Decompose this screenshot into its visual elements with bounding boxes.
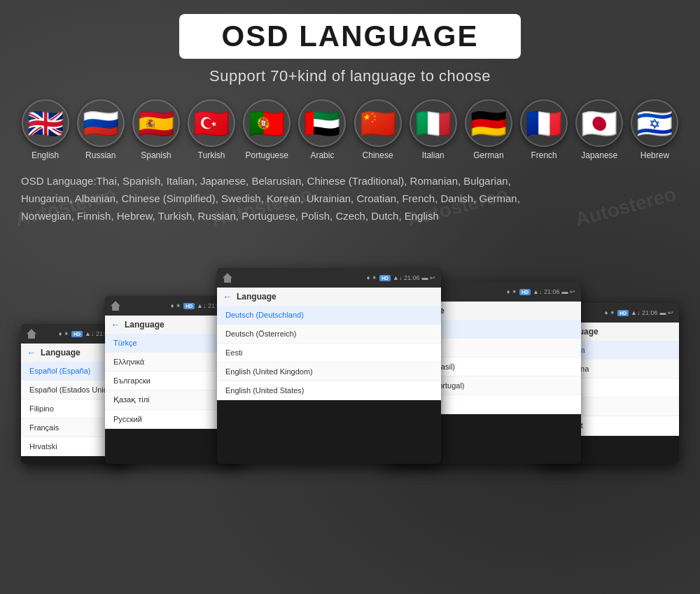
lang-item[interactable]: English (United States) bbox=[217, 381, 441, 400]
flag-label-spanish: Spanish bbox=[141, 150, 171, 160]
home-icon bbox=[27, 329, 36, 339]
lang-item[interactable]: Eesti bbox=[217, 344, 441, 362]
flag-label-hebrew: Hebrew bbox=[640, 150, 669, 160]
flag-item-english: 🇬🇧 English bbox=[21, 99, 69, 160]
flag-circle-portuguese: 🇵🇹 bbox=[243, 99, 290, 147]
flag-item-arabic: 🇦🇪 Arabic bbox=[298, 99, 346, 160]
screenshot-card-3: ♦ ✶ HD ▲↓ 21:06 ▬ ↩ ← Language Deutsch (… bbox=[217, 268, 441, 464]
flag-item-chinese: 🇨🇳 Chinese bbox=[354, 99, 402, 160]
flag-circle-chinese: 🇨🇳 bbox=[354, 99, 402, 147]
flag-circle-english: 🇬🇧 bbox=[22, 99, 69, 147]
flag-label-japanese: Japanese bbox=[581, 150, 617, 160]
back-arrow-3[interactable]: ← bbox=[223, 291, 232, 302]
flag-item-french: 🇫🇷 French bbox=[520, 99, 568, 160]
title-container: OSD LANGUAGE bbox=[21, 14, 679, 59]
subtitle: Support 70+kind of language to choose bbox=[21, 67, 679, 85]
flag-item-german: 🇩🇪 German bbox=[464, 99, 512, 160]
flag-item-spanish: 🇪🇸 Spanish bbox=[132, 99, 180, 160]
flag-circle-german: 🇩🇪 bbox=[465, 99, 512, 147]
flag-item-portuguese: 🇵🇹 Portuguese bbox=[243, 99, 291, 160]
lang-item[interactable]: Deutsch (Österreich) bbox=[217, 325, 441, 344]
flag-label-turkish: Turkish bbox=[198, 150, 225, 160]
flag-label-english: English bbox=[31, 150, 59, 160]
flag-circle-hebrew: 🇮🇱 bbox=[631, 99, 678, 147]
back-arrow-1[interactable]: ← bbox=[27, 347, 36, 358]
page-title: OSD LANGUAGE bbox=[221, 20, 478, 52]
card-1-title: Language bbox=[41, 348, 80, 358]
card-3-title: Language bbox=[237, 292, 276, 302]
title-box: OSD LANGUAGE bbox=[179, 14, 520, 59]
card-3-body: Deutsch (Deutschland)Deutsch (Österreich… bbox=[217, 306, 441, 400]
flag-item-turkish: 🇹🇷 Turkish bbox=[187, 99, 235, 160]
flag-item-russian: 🇷🇺 Russian bbox=[76, 99, 125, 160]
description-text: OSD Language:Thai, Spanish, Italian, Jap… bbox=[21, 173, 553, 225]
flag-label-italian: Italian bbox=[422, 150, 444, 160]
lang-item[interactable]: English (United Kingdom) bbox=[217, 362, 441, 381]
back-arrow-2[interactable]: ← bbox=[111, 319, 120, 330]
screenshots-section: ♦ ✶ HD ▲↓ 21:06 ▬ ↩ ← Language Español (… bbox=[21, 240, 679, 464]
card-2-title: Language bbox=[125, 320, 164, 330]
flag-circle-turkish: 🇹🇷 bbox=[188, 99, 235, 147]
flag-label-chinese: Chinese bbox=[363, 150, 393, 160]
home-icon-3 bbox=[223, 273, 232, 283]
flag-circle-italian: 🇮🇹 bbox=[410, 99, 457, 147]
flag-label-portuguese: Portuguese bbox=[246, 150, 288, 160]
home-icon-2 bbox=[111, 301, 120, 311]
flag-label-french: French bbox=[531, 150, 556, 160]
flag-circle-japanese: 🇯🇵 bbox=[575, 99, 623, 147]
flag-circle-french: 🇫🇷 bbox=[520, 99, 568, 147]
flag-circle-arabic: 🇦🇪 bbox=[298, 99, 346, 147]
flag-label-german: German bbox=[473, 150, 503, 160]
flag-label-arabic: Arabic bbox=[310, 150, 334, 160]
flag-item-hebrew: 🇮🇱 Hebrew bbox=[631, 99, 679, 160]
flags-row: 🇬🇧 English 🇷🇺 Russian 🇪🇸 Spanish 🇹🇷 Turk… bbox=[21, 99, 679, 160]
flag-item-japanese: 🇯🇵 Japanese bbox=[575, 99, 624, 160]
flag-circle-russian: 🇷🇺 bbox=[77, 99, 125, 147]
flag-item-italian: 🇮🇹 Italian bbox=[409, 99, 457, 160]
flag-circle-spanish: 🇪🇸 bbox=[132, 99, 180, 147]
lang-item[interactable]: Deutsch (Deutschland) bbox=[217, 306, 441, 325]
flag-label-russian: Russian bbox=[85, 150, 115, 160]
